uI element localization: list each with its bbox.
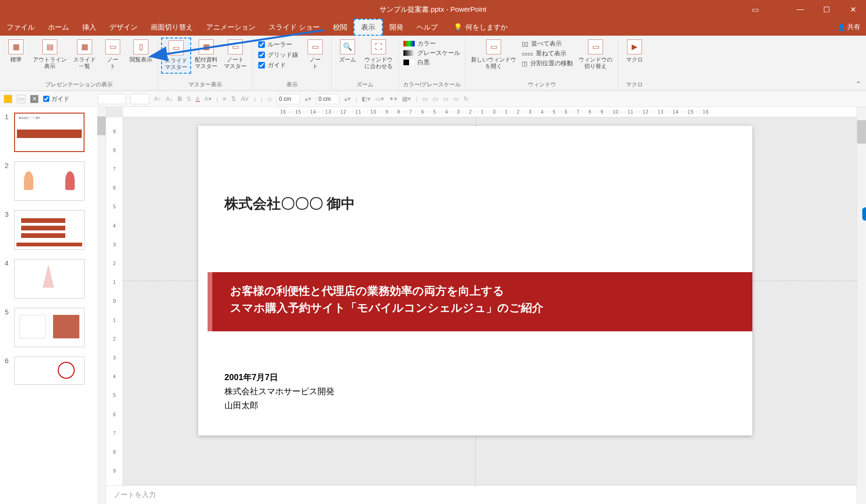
- new-window-button[interactable]: ▭新しいウィンドウ を開く: [468, 38, 519, 72]
- align-icon[interactable]: ≡: [223, 95, 226, 102]
- thumbnail-slide-1[interactable]: 株式会社〇〇〇 御中: [14, 113, 85, 152]
- vertical-scrollbar[interactable]: [857, 107, 866, 504]
- notes-button[interactable]: ▭ノー ト: [302, 38, 328, 72]
- notes-icon: ▭: [308, 39, 323, 54]
- tab-view[interactable]: 表示: [354, 19, 383, 36]
- fit-window-button[interactable]: ⛶ウィンドウ に合わせる: [362, 38, 395, 72]
- tab-developer[interactable]: 開発: [383, 19, 410, 36]
- share-button[interactable]: 👤 共有: [837, 19, 860, 36]
- shapes-icon[interactable]: ◇: [267, 95, 272, 102]
- highlight-icon[interactable]: A▾: [204, 95, 212, 102]
- reset-icon[interactable]: ✕: [30, 95, 39, 103]
- align-objects-icon[interactable]: ▭: [443, 95, 448, 102]
- share-label: 共有: [847, 23, 860, 31]
- thumbnail-slide-2[interactable]: [14, 161, 85, 201]
- reading-view-button[interactable]: ▯閲覧表示: [127, 38, 155, 65]
- shape-outline-icon[interactable]: ▭▾: [375, 95, 384, 102]
- thumbnail-slide-3[interactable]: [14, 210, 85, 250]
- collapse-ribbon-icon[interactable]: ⌃: [855, 80, 861, 89]
- font-color-icon[interactable]: A: [195, 95, 200, 102]
- section-icon[interactable]: [4, 95, 12, 103]
- slide-content[interactable]: 株式会社〇〇〇 御中 お客様の利便性と代理店の業務効率の両方を向上する スマホ購…: [198, 126, 752, 435]
- macros-button[interactable]: ▶マクロ: [621, 38, 648, 65]
- tab-home[interactable]: ホーム: [41, 19, 76, 36]
- stepper-icon[interactable]: ▴▾: [344, 95, 351, 102]
- vertical-ruler: 9876543210123456789: [106, 117, 123, 485]
- thumbnail-slide-4[interactable]: [14, 259, 85, 298]
- color-button[interactable]: カラー: [403, 39, 460, 48]
- group-icon[interactable]: ▭: [453, 95, 459, 102]
- line-spacing-icon[interactable]: ⇅: [231, 95, 236, 102]
- layout-icon[interactable]: ▭: [17, 95, 25, 103]
- shape-effects-icon[interactable]: ✦▾: [389, 95, 397, 102]
- height-input[interactable]: 0 cm: [316, 94, 340, 104]
- font-size-select[interactable]: [131, 94, 149, 104]
- thumbnail-slide-6[interactable]: [14, 357, 85, 385]
- font-family-select[interactable]: [98, 94, 126, 104]
- tell-me[interactable]: 💡 何をしますか: [454, 19, 508, 36]
- slide-canvas[interactable]: 株式会社〇〇〇 御中 お客様の利便性と代理店の業務効率の両方を向上する スマホ購…: [123, 117, 866, 485]
- notes-pane[interactable]: ノートを入力: [106, 485, 866, 504]
- guide-checkbox[interactable]: ガイド: [43, 95, 70, 103]
- slide-master-button[interactable]: ▭スライド マスター: [161, 38, 191, 74]
- quick-toolbar: ▭ ✕ ガイド A↑ A↓ B S A A▾ | ≡ ⇅ AV ↕ | ◇ 0 …: [0, 91, 866, 107]
- move-split-button[interactable]: ◫分割位置の移動: [522, 59, 573, 68]
- tab-file[interactable]: ファイル: [0, 19, 41, 36]
- notes-placeholder: ノートを入力: [114, 490, 156, 499]
- grayscale-button[interactable]: グレースケール: [403, 49, 460, 57]
- handout-master-button[interactable]: ▦配付資料 マスター: [192, 38, 220, 72]
- ruler-checkbox[interactable]: ルーラー: [258, 40, 298, 49]
- normal-view-button[interactable]: ▦標準: [3, 38, 29, 65]
- cascade-button[interactable]: ▭▭重ねて表示: [522, 49, 573, 58]
- bring-forward-icon[interactable]: ▭: [422, 95, 428, 102]
- text-direction-icon[interactable]: ↕: [253, 95, 256, 102]
- minimize-icon[interactable]: —: [787, 0, 813, 19]
- feedback-bubble-icon[interactable]: [862, 207, 866, 221]
- thumbnail-slide-5[interactable]: [14, 308, 85, 347]
- window-title: サンプル提案書.pptx - PowerPoint: [379, 5, 487, 14]
- bold-icon[interactable]: B: [178, 95, 182, 102]
- ribbon-group-show: ルーラー グリッド線 ガイド ▭ノー ト 表示: [253, 36, 332, 91]
- tab-transitions[interactable]: 画面切り替え: [144, 19, 200, 36]
- thumbnail-scrollbar[interactable]: [97, 107, 106, 504]
- group-label-zoom: ズーム: [334, 80, 395, 90]
- grayscale-swatch-icon: [403, 50, 415, 56]
- send-backward-icon[interactable]: ▭: [433, 95, 438, 102]
- tab-insert[interactable]: 挿入: [76, 19, 103, 36]
- bw-button[interactable]: 白黒: [403, 58, 460, 67]
- thumb-number: 6: [5, 357, 10, 385]
- close-icon[interactable]: ✕: [840, 0, 866, 19]
- width-input[interactable]: 0 cm: [277, 94, 300, 104]
- tab-design[interactable]: デザイン: [103, 19, 144, 36]
- char-spacing-icon[interactable]: AV: [241, 95, 248, 102]
- notes-master-icon: ▭: [228, 39, 243, 54]
- rotate-icon[interactable]: ↻: [464, 95, 469, 102]
- zoom-button[interactable]: 🔍ズーム: [334, 38, 361, 65]
- increase-font-icon[interactable]: A↑: [154, 95, 161, 102]
- arrange-all-button[interactable]: ▯▯並べて表示: [522, 39, 573, 48]
- ribbon-display-icon[interactable]: ▭: [742, 0, 768, 19]
- color-swatch-icon: [403, 41, 415, 46]
- slide-company: 株式会社スマホサービス開発: [224, 386, 334, 397]
- notes-page-button[interactable]: ▭ノー ト: [100, 38, 126, 72]
- notes-master-button[interactable]: ▭ノート マスター: [221, 38, 249, 72]
- decrease-font-icon[interactable]: A↓: [166, 95, 173, 102]
- thumbnail-panel: 1 株式会社〇〇〇 御中 2 3 4 5: [0, 107, 106, 504]
- maximize-icon[interactable]: ☐: [813, 0, 840, 19]
- strikethrough-icon[interactable]: S: [187, 95, 191, 102]
- title-line-1: お客様の利便性と代理店の業務効率の両方を向上する: [230, 283, 504, 298]
- outline-view-button[interactable]: ▤アウトライン 表示: [30, 38, 70, 72]
- tab-review[interactable]: 校閲: [326, 19, 354, 36]
- switch-windows-button[interactable]: ▭ウィンドウの 切り替え: [576, 38, 615, 72]
- tab-animations[interactable]: アニメーション: [200, 19, 262, 36]
- guides-checkbox[interactable]: ガイド: [258, 61, 298, 69]
- arrange-icon[interactable]: ▦▾: [402, 95, 411, 102]
- tab-help[interactable]: ヘルプ: [410, 19, 444, 36]
- gridlines-checkbox[interactable]: グリッド線: [258, 51, 298, 59]
- slide-sorter-button[interactable]: ▦スライド 一覧: [70, 38, 99, 72]
- tab-slideshow[interactable]: スライド ショー: [262, 19, 326, 36]
- lightbulb-icon: 💡: [454, 23, 463, 31]
- stepper-icon[interactable]: ▴▾: [305, 95, 311, 102]
- horizontal-ruler: 16 · · 15 · · 14 · · 13 · · 12 · · 11 · …: [123, 107, 866, 117]
- shape-fill-icon[interactable]: ◧▾: [362, 95, 371, 102]
